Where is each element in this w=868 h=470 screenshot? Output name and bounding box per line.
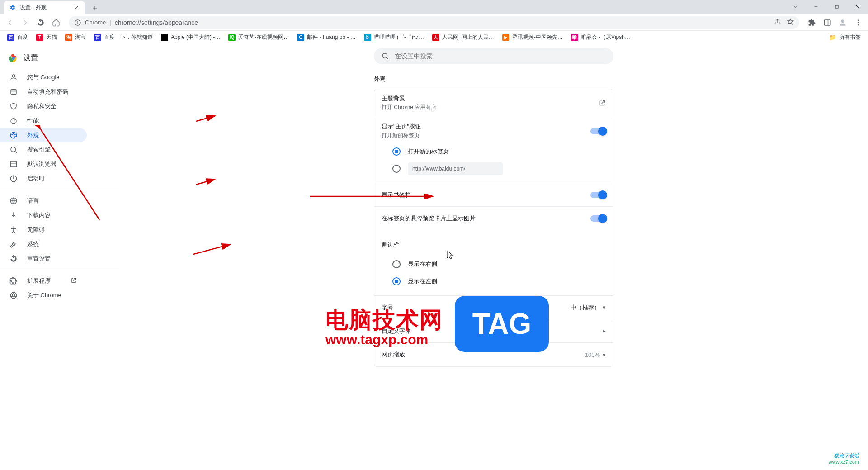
nav-item-browser[interactable]: 默认浏览器 xyxy=(0,157,87,171)
bookmark-item[interactable]: b哔哩哔哩 (゜-゜)つ… xyxy=(360,32,428,43)
maximize-button[interactable] xyxy=(826,0,847,14)
bookmark-label: 哔哩哔哩 (゜-゜)つ… xyxy=(374,33,424,41)
close-tab-icon[interactable] xyxy=(73,5,80,11)
bookmark-item[interactable]: 唯唯品会 -（原Vipsh… xyxy=(567,32,634,43)
nav-item-globe[interactable]: 语言 xyxy=(0,194,87,208)
nav-item-reset[interactable]: 重置设置 xyxy=(0,252,87,266)
favicon-icon: 人 xyxy=(432,34,439,41)
bookmark-item[interactable]: iQ爱奇艺-在线视频网… xyxy=(225,32,292,43)
side-left-radio[interactable] xyxy=(392,277,401,285)
nav-item-palette[interactable]: 外观 xyxy=(0,128,87,142)
nav-item-autofill[interactable]: 自动填充和密码 xyxy=(0,85,87,99)
svg-point-16 xyxy=(12,134,13,135)
search-icon xyxy=(9,145,18,154)
bookmark-label: 唯品会 -（原Vipsh… xyxy=(581,33,630,41)
nav-label: 性能 xyxy=(27,117,39,125)
theme-title: 主题背景 xyxy=(382,95,436,103)
bookmark-item[interactable]: 淘淘宝 xyxy=(61,32,90,43)
nav-item-search[interactable]: 搜索引擎 xyxy=(0,142,87,157)
bookmark-item[interactable]: O邮件 - huang bo - … xyxy=(293,32,359,43)
svg-point-2 xyxy=(77,21,78,22)
launch-icon[interactable] xyxy=(599,100,606,107)
nav-item-wrench[interactable]: 系统 xyxy=(0,237,87,252)
svg-point-17 xyxy=(13,133,14,134)
wrench-icon xyxy=(9,240,18,249)
bookmark-item[interactable]: ▶腾讯视频-中国领先… xyxy=(499,32,566,43)
reload-button[interactable] xyxy=(34,16,47,29)
bookmark-item[interactable]: Apple (中国大陆) -… xyxy=(157,32,224,43)
side-right-label: 显示在右侧 xyxy=(408,260,437,268)
svg-point-12 xyxy=(12,75,15,77)
bookmark-item[interactable]: T天猫 xyxy=(33,32,61,43)
page-zoom-value: 100% xyxy=(585,351,600,358)
chevron-down-icon[interactable] xyxy=(785,0,806,14)
home-radio-newtab-label: 打开新的标签页 xyxy=(408,147,449,156)
nav-item-speed[interactable]: 性能 xyxy=(0,114,87,128)
browser-tab[interactable]: 设置 - 外观 xyxy=(4,1,85,14)
svg-point-19 xyxy=(11,147,16,152)
home-url-input[interactable] xyxy=(408,162,503,175)
profile-icon[interactable] xyxy=(836,16,849,29)
nav-item-a11y[interactable]: 无障碍 xyxy=(0,223,87,237)
favicon-icon: iQ xyxy=(228,34,236,41)
home-button[interactable] xyxy=(50,16,62,29)
svg-rect-0 xyxy=(835,5,838,8)
home-radio-url[interactable] xyxy=(392,165,401,173)
nav-label: 系统 xyxy=(27,240,39,248)
sidepanel-icon[interactable] xyxy=(821,16,834,29)
home-radio-newtab[interactable] xyxy=(392,147,401,156)
svg-point-7 xyxy=(858,19,859,21)
home-button-title: 显示"主页"按钮 xyxy=(382,123,421,131)
favicon-icon: O xyxy=(297,34,304,41)
all-bookmarks-label: 所有书签 xyxy=(839,33,861,41)
share-icon[interactable] xyxy=(774,18,781,27)
overlay-big-text: 电脑技术网 xyxy=(326,305,443,335)
nav-label: 外观 xyxy=(27,131,39,139)
chrome-logo-icon xyxy=(9,54,18,63)
nav-item-power[interactable]: 启动时 xyxy=(0,171,87,186)
extensions-icon[interactable] xyxy=(806,16,818,29)
back-button[interactable] xyxy=(4,16,16,29)
side-right-radio[interactable] xyxy=(392,260,401,268)
bookmark-item[interactable]: 百百度一下，你就知道 xyxy=(90,32,156,43)
hover-card-toggle[interactable] xyxy=(590,215,606,222)
bookmarks-bar-toggle[interactable] xyxy=(590,192,606,198)
settings-search[interactable] xyxy=(374,48,613,64)
nav-item-shield[interactable]: 隐私和安全 xyxy=(0,99,87,114)
nav-item-person[interactable]: 您与 Google xyxy=(0,70,87,85)
bookmark-item[interactable]: 人人民网_网上的人民… xyxy=(429,32,498,43)
favicon-icon: 唯 xyxy=(571,34,578,41)
forward-button[interactable] xyxy=(19,16,32,29)
chevron-down-icon: ▾ xyxy=(603,304,606,311)
palette-icon xyxy=(9,131,18,140)
nav-item-chrome[interactable]: 关于 Chrome xyxy=(0,288,87,303)
svg-rect-4 xyxy=(824,20,830,25)
reset-icon xyxy=(9,254,18,263)
theme-row[interactable]: 主题背景 打开 Chrome 应用商店 xyxy=(374,89,613,117)
omnibox[interactable]: Chrome | chrome://settings/appearance xyxy=(69,16,799,29)
svg-point-29 xyxy=(382,53,387,58)
omnibox-origin: Chrome xyxy=(85,19,106,26)
star-icon[interactable] xyxy=(787,18,794,27)
bookmarks-bar-row: 显示书签栏 xyxy=(374,183,613,207)
launch-icon xyxy=(71,277,78,285)
minimize-button[interactable] xyxy=(806,0,826,14)
close-button[interactable] xyxy=(847,0,868,14)
gear-icon xyxy=(9,4,16,11)
site-info[interactable]: Chrome | xyxy=(74,19,111,26)
hover-card-label: 在标签页的悬停预览卡片上显示图片 xyxy=(382,214,476,223)
new-tab-button[interactable] xyxy=(89,2,101,14)
nav-item-download[interactable]: 下载内容 xyxy=(0,208,87,223)
side-panel-label: 侧边栏 xyxy=(382,241,399,249)
home-button-toggle[interactable] xyxy=(590,128,606,134)
svg-point-9 xyxy=(858,24,859,25)
all-bookmarks-button[interactable]: 📁 所有书签 xyxy=(826,32,864,43)
menu-icon[interactable] xyxy=(852,16,864,29)
tabs-area: 设置 - 外观 xyxy=(0,1,101,14)
search-input[interactable] xyxy=(395,52,606,60)
bookmark-item[interactable]: 百百度 xyxy=(4,32,32,43)
section-title: 外观 xyxy=(374,75,613,83)
bookmark-label: 爱奇艺-在线视频网… xyxy=(238,33,289,41)
nav-item-ext[interactable]: 扩展程序 xyxy=(0,274,87,288)
bookmarks-bar: 百百度T天猫淘淘宝百百度一下，你就知道Apple (中国大陆) -…iQ爱奇艺-… xyxy=(0,31,868,44)
